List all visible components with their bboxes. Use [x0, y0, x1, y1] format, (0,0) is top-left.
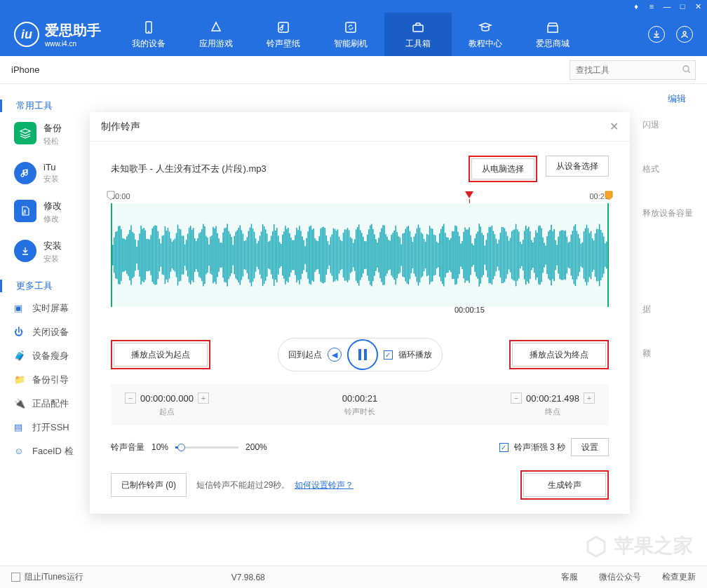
nav-tutorial[interactable]: 教程中心	[452, 13, 519, 56]
from-device-button[interactable]: 从设备选择	[546, 156, 609, 177]
svg-rect-177	[351, 238, 353, 272]
svg-rect-91	[229, 234, 231, 276]
svg-rect-332	[571, 235, 572, 276]
tool-faceid[interactable]: ☺FaceID 检	[14, 445, 91, 458]
volume-slider[interactable]	[175, 446, 238, 449]
ringtone-modal: 制作铃声 ✕ 未知歌手 - 人生没有过不去 (片段).mp3 从电脑选择 从设备…	[90, 112, 630, 514]
made-ringtones-button[interactable]: 已制作铃声 (0)	[111, 473, 187, 497]
svg-rect-48	[169, 231, 170, 278]
start-marker-icon[interactable]	[107, 191, 115, 203]
svg-rect-137	[295, 235, 296, 275]
titlebar-max-icon[interactable]: □	[678, 1, 687, 11]
tool-genuine[interactable]: 🔌正品配件	[14, 397, 91, 410]
footer-update[interactable]: 检查更新	[662, 571, 696, 583]
svg-rect-27	[139, 233, 140, 277]
sidebar-item-backup[interactable]: 备份轻松	[14, 122, 91, 146]
version: V7.98.68	[231, 573, 265, 582]
svg-rect-245	[447, 238, 449, 273]
svg-rect-154	[319, 236, 321, 274]
tool-ssh[interactable]: ▤打开SSH	[14, 421, 91, 434]
svg-rect-108	[254, 232, 255, 278]
svg-rect-94	[234, 236, 235, 275]
power-icon: ⏻	[14, 327, 25, 338]
loop-checkbox[interactable]: ✓	[384, 350, 393, 360]
logo[interactable]: iu 爱思助手 www.i4.cn	[14, 21, 101, 48]
titlebar-close-icon[interactable]: ✕	[693, 1, 703, 11]
search-input[interactable]	[570, 60, 696, 80]
volume-label: 铃声音量	[111, 442, 144, 453]
svg-rect-256	[463, 232, 464, 278]
set-end-button[interactable]: 播放点设为终点	[512, 343, 606, 367]
nav-ringtone[interactable]: 铃声壁纸	[250, 13, 317, 56]
close-icon[interactable]: ✕	[610, 120, 619, 133]
svg-rect-104	[248, 231, 250, 279]
svg-rect-258	[466, 230, 467, 281]
svg-rect-66	[194, 238, 196, 272]
sidebar-item-modify[interactable]: 修改修改	[14, 200, 91, 224]
svg-rect-149	[311, 230, 313, 281]
from-pc-button[interactable]: 从电脑选择	[471, 158, 534, 179]
svg-rect-109	[255, 238, 257, 271]
start-plus-button[interactable]: +	[198, 392, 209, 404]
svg-rect-262	[471, 243, 473, 267]
tool-slim[interactable]: 🧳设备瘦身	[14, 350, 91, 362]
fade-settings-button[interactable]: 设置	[571, 438, 609, 456]
titlebar-menu-icon[interactable]: ≡	[647, 1, 656, 11]
waveform[interactable]	[111, 203, 609, 307]
right-hints: 闪退 格式 释放设备容量 据 额	[642, 119, 693, 360]
download-icon[interactable]	[648, 26, 665, 43]
svg-rect-92	[231, 237, 232, 273]
svg-rect-310	[539, 226, 541, 285]
nav-toolbox[interactable]: 工具箱	[384, 13, 452, 56]
generate-button[interactable]: 生成铃声	[523, 473, 606, 497]
svg-rect-272	[486, 240, 487, 270]
block-itunes-checkbox[interactable]	[11, 573, 20, 582]
back-icon[interactable]: ◀	[328, 348, 342, 362]
nav: 我的设备 应用游戏 铃声壁纸 智能刷机 工具箱 教程中心 爱思商城	[115, 13, 648, 56]
svg-rect-223	[417, 228, 418, 282]
svg-rect-11	[116, 231, 118, 279]
svg-rect-253	[459, 236, 460, 274]
end-plus-button[interactable]: +	[584, 392, 595, 404]
footer-support[interactable]: 客服	[561, 571, 578, 583]
svg-rect-303	[530, 231, 531, 279]
nav-apps[interactable]: 应用游戏	[182, 13, 250, 56]
end-marker-icon[interactable]	[605, 191, 613, 203]
search-icon[interactable]	[682, 64, 692, 77]
footer-wechat[interactable]: 微信公众号	[599, 571, 641, 583]
svg-rect-133	[289, 233, 290, 277]
hint-text: 短信铃声不能超过29秒。 如何设置铃声？	[196, 479, 354, 491]
svg-rect-298	[523, 240, 524, 271]
svg-rect-83	[218, 238, 220, 272]
filename: 未知歌手 - 人生没有过不去 (片段).mp3	[111, 163, 267, 175]
svg-rect-165	[335, 229, 336, 282]
user-icon[interactable]	[676, 26, 693, 43]
svg-rect-130	[285, 226, 286, 285]
svg-rect-216	[407, 226, 408, 283]
svg-rect-199	[382, 225, 384, 285]
titlebar-min-icon[interactable]: —	[662, 1, 672, 11]
tool-screen[interactable]: ▣实时屏幕	[14, 302, 91, 315]
svg-rect-282	[500, 233, 501, 278]
nav-my-device[interactable]: 我的设备	[115, 13, 182, 56]
svg-rect-269	[481, 233, 483, 278]
edit-link[interactable]: 编辑	[668, 93, 686, 105]
nav-flash[interactable]: 智能刷机	[317, 13, 384, 56]
device-tab[interactable]: iPhone	[11, 64, 39, 75]
fade-checkbox[interactable]: ✓	[499, 443, 509, 452]
set-start-button[interactable]: 播放点设为起点	[114, 343, 208, 367]
svg-rect-126	[279, 242, 281, 268]
sidebar-item-itunes[interactable]: iTu安装	[14, 162, 91, 184]
tool-backup-guide[interactable]: 📁备份引导	[14, 374, 91, 386]
end-minus-button[interactable]: −	[511, 392, 522, 404]
tool-shutdown[interactable]: ⏻关闭设备	[14, 326, 91, 339]
svg-rect-299	[524, 231, 525, 280]
nav-mall[interactable]: 爱思商城	[519, 13, 586, 56]
titlebar-pin-icon[interactable]: ♦	[631, 1, 641, 11]
sidebar-item-install[interactable]: 安装安装	[14, 240, 91, 264]
svg-rect-181	[357, 227, 358, 283]
pause-button[interactable]	[347, 339, 378, 370]
refresh-icon	[343, 20, 358, 35]
start-minus-button[interactable]: −	[125, 392, 136, 404]
hint-link[interactable]: 如何设置铃声？	[295, 480, 354, 490]
